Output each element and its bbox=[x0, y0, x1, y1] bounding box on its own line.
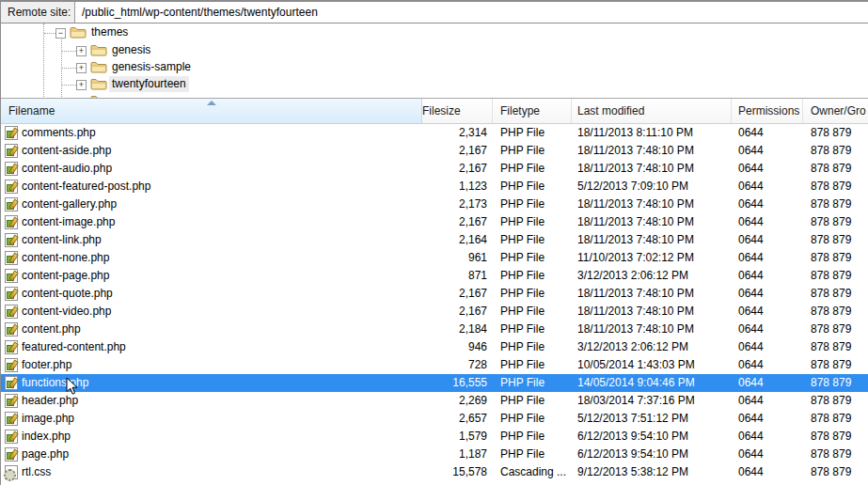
file-last-modified: 11/10/2013 7:02:12 PM bbox=[572, 249, 732, 267]
remote-site-label: Remote site: bbox=[1, 2, 75, 23]
column-header-filename[interactable]: Filename bbox=[1, 99, 422, 123]
file-last-modified: 18/11/2013 7:48:10 PM bbox=[572, 303, 732, 321]
file-row[interactable]: content-quote.php 2,167 PHP File 18/11/2… bbox=[1, 285, 868, 303]
file-last-modified: 14/05/2014 9:04:46 PM bbox=[572, 374, 732, 392]
file-permissions: 0644 bbox=[732, 321, 803, 338]
tree-node-label[interactable]: twentyfourteen bbox=[109, 76, 189, 92]
file-row[interactable]: content.php 2,184 PHP File 18/11/2013 7:… bbox=[1, 321, 868, 338]
column-header-filesize[interactable]: Filesize bbox=[422, 99, 493, 123]
css-file-icon bbox=[5, 465, 18, 479]
file-size: 2,167 bbox=[422, 160, 493, 178]
file-permissions: 0644 bbox=[732, 303, 803, 321]
file-name: content-featured-post.php bbox=[22, 178, 150, 196]
file-type: PHP File bbox=[493, 231, 572, 249]
file-owner-group: 878 879 bbox=[803, 321, 868, 338]
file-name: content-aside.php bbox=[22, 142, 111, 160]
file-list-header: Filename Filesize Filetype Last modified… bbox=[1, 99, 868, 124]
file-last-modified: 5/12/2013 7:09:10 PM bbox=[572, 178, 732, 196]
file-row[interactable]: rtl.css 15,578 Cascading ... 9/12/2013 5… bbox=[1, 463, 868, 481]
remote-site-path-field[interactable]: /public_html/wp-content/themes/twentyfou… bbox=[75, 2, 868, 23]
file-owner-group: 878 879 bbox=[803, 178, 868, 196]
file-row[interactable]: content-video.php 2,167 PHP File 18/11/2… bbox=[1, 303, 868, 321]
file-last-modified: 18/11/2013 7:48:10 PM bbox=[572, 196, 732, 213]
file-size: 2,167 bbox=[422, 213, 493, 231]
file-size: 2,657 bbox=[422, 410, 493, 428]
column-header-label: Filename bbox=[8, 104, 55, 117]
file-row[interactable]: content-gallery.php 2,173 PHP File 18/11… bbox=[1, 196, 868, 213]
file-size: 1,579 bbox=[422, 428, 493, 446]
file-type: PHP File bbox=[493, 446, 572, 463]
expand-icon[interactable]: + bbox=[76, 46, 87, 56]
php-file-icon bbox=[5, 144, 18, 158]
column-header-label: Filesize bbox=[422, 104, 461, 117]
file-permissions: 0644 bbox=[732, 142, 803, 160]
file-last-modified: 6/12/2013 9:54:10 PM bbox=[572, 428, 732, 446]
php-file-icon bbox=[5, 322, 18, 336]
file-row[interactable]: image.php 2,657 PHP File 5/12/2013 7:51:… bbox=[1, 410, 868, 428]
tree-node-label[interactable]: genesis-sample bbox=[109, 59, 194, 75]
file-owner-group: 878 879 bbox=[803, 285, 868, 303]
file-type: PHP File bbox=[493, 142, 572, 160]
tree-node-label[interactable]: genesis bbox=[109, 42, 153, 58]
file-permissions: 0644 bbox=[732, 374, 803, 392]
file-type: PHP File bbox=[493, 213, 572, 231]
file-row[interactable]: content-featured-post.php 1,123 PHP File… bbox=[1, 178, 868, 196]
file-owner-group: 878 879 bbox=[803, 124, 868, 142]
php-file-icon bbox=[5, 287, 18, 301]
php-file-icon bbox=[5, 126, 18, 140]
tree-node-label[interactable]: themes bbox=[88, 24, 131, 40]
file-row[interactable]: content-page.php 871 PHP File 3/12/2013 … bbox=[1, 267, 868, 285]
file-name: content-quote.php bbox=[22, 285, 113, 303]
file-row[interactable]: content-aside.php 2,167 PHP File 18/11/2… bbox=[1, 142, 868, 160]
file-type: PHP File bbox=[493, 160, 572, 178]
file-row[interactable]: comments.php 2,314 PHP File 18/11/2013 8… bbox=[1, 124, 868, 142]
folder-icon bbox=[70, 25, 87, 41]
tree-connector-line bbox=[62, 51, 76, 52]
file-owner-group: 878 879 bbox=[803, 213, 868, 231]
file-row[interactable]: index.php 1,579 PHP File 6/12/2013 9:54:… bbox=[1, 428, 868, 446]
file-name: page.php bbox=[22, 446, 69, 463]
collapse-expander-icon[interactable]: − bbox=[55, 28, 66, 39]
php-file-icon bbox=[5, 162, 18, 176]
column-header-permissions[interactable]: Permissions bbox=[732, 99, 803, 123]
file-permissions: 0644 bbox=[732, 463, 803, 481]
file-row[interactable]: page.php 1,187 PHP File 6/12/2013 9:54:1… bbox=[1, 446, 868, 463]
file-permissions: 0644 bbox=[732, 356, 803, 374]
file-name: header.php bbox=[22, 392, 78, 410]
file-last-modified: 5/12/2013 7:51:12 PM bbox=[572, 410, 732, 428]
file-type: PHP File bbox=[493, 356, 572, 374]
column-header-last-modified[interactable]: Last modified bbox=[572, 99, 732, 123]
file-type: PHP File bbox=[493, 374, 572, 392]
php-file-icon bbox=[5, 340, 18, 354]
file-type: PHP File bbox=[493, 249, 572, 267]
file-row[interactable]: header.php 2,269 PHP File 18/03/2014 7:3… bbox=[1, 392, 868, 410]
file-type: PHP File bbox=[493, 338, 572, 356]
file-row[interactable]: footer.php 728 PHP File 10/05/2014 1:43:… bbox=[1, 356, 868, 374]
file-owner-group: 878 879 bbox=[803, 160, 868, 178]
tree-connector-line bbox=[44, 33, 55, 34]
php-file-icon bbox=[5, 358, 18, 372]
expand-icon[interactable]: + bbox=[76, 63, 87, 73]
file-row[interactable]: content-link.php 2,164 PHP File 18/11/20… bbox=[1, 231, 868, 249]
column-header-owner-group[interactable]: Owner/Gro bbox=[803, 99, 868, 123]
file-last-modified: 18/11/2013 8:11:10 PM bbox=[572, 124, 732, 142]
file-row[interactable]: featured-content.php 946 PHP File 3/12/2… bbox=[1, 338, 868, 356]
file-name: rtl.css bbox=[22, 463, 51, 481]
file-size: 2,269 bbox=[422, 392, 493, 410]
file-size: 1,187 bbox=[422, 446, 493, 463]
file-row[interactable]: functions.php 16,555 PHP File 14/05/2014… bbox=[1, 374, 868, 392]
file-last-modified: 18/11/2013 7:48:10 PM bbox=[572, 285, 732, 303]
file-owner-group: 878 879 bbox=[803, 428, 868, 446]
column-header-filetype[interactable]: Filetype bbox=[493, 99, 572, 123]
file-permissions: 0644 bbox=[732, 178, 803, 196]
column-header-label: Last modified bbox=[577, 104, 644, 117]
file-row[interactable]: content-image.php 2,167 PHP File 18/11/2… bbox=[1, 213, 868, 231]
column-header-label: Permissions bbox=[738, 104, 799, 117]
file-row[interactable]: content-none.php 961 PHP File 11/10/2013… bbox=[1, 249, 868, 267]
file-owner-group: 878 879 bbox=[803, 392, 868, 410]
file-type: PHP File bbox=[493, 178, 572, 196]
file-last-modified: 10/05/2014 1:43:03 PM bbox=[572, 356, 732, 374]
file-size: 2,167 bbox=[422, 142, 493, 160]
file-row[interactable]: content-audio.php 2,167 PHP File 18/11/2… bbox=[1, 160, 868, 178]
expand-icon[interactable]: + bbox=[76, 80, 87, 90]
